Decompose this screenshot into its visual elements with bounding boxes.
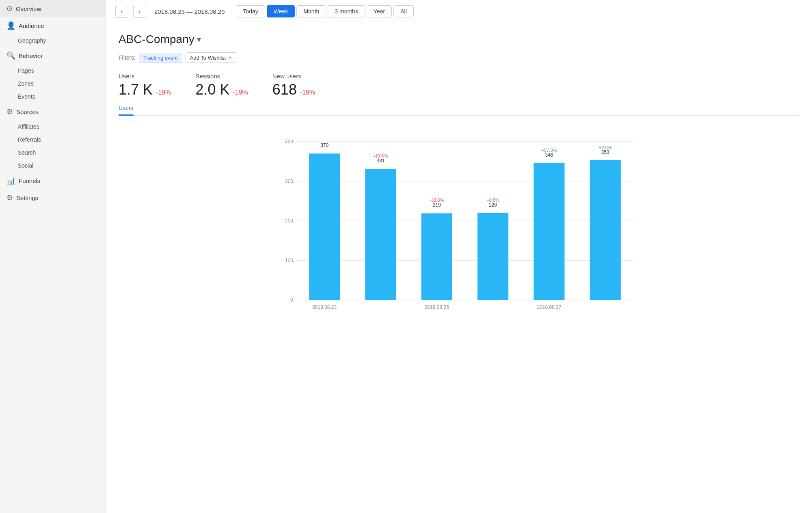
x-axis-label-2: 2018.08.27 (537, 304, 561, 310)
sidebar: ⊙Overview👤AudienceGeography🔍BehaviorPage… (0, 0, 106, 513)
sidebar-item-behavior[interactable]: 🔍Behavior (0, 47, 105, 64)
sidebar-item-label-overview: Overview (16, 5, 41, 12)
bar-pct-label-4: +57.3% (542, 148, 557, 153)
bar-3[interactable] (477, 213, 508, 300)
behavior-icon: 🔍 (6, 51, 15, 60)
bar-value-label-4: 346 (545, 152, 553, 158)
metric-change-new_users: -19% (300, 89, 315, 96)
overview-icon: ⊙ (6, 4, 13, 13)
topbar: ‹ › 2018.08.23 — 2018.08.29 TodayWeekMon… (106, 0, 812, 23)
filter-value-wishlist[interactable]: Add To Wishlist × (186, 52, 236, 63)
metric-label-users: Users (119, 73, 171, 80)
y-axis-label-400: 400 (285, 139, 293, 144)
bar-pct-label-5: +2.0% (599, 145, 612, 150)
period-btn-all[interactable]: All (393, 5, 414, 17)
chart-container: 0100200300400370331-10.5%219-33.8%220+0.… (119, 125, 799, 321)
filter-value-label: Add To Wishlist (190, 55, 226, 61)
period-btn-month[interactable]: Month (296, 5, 326, 17)
sidebar-item-label-sources: Sources (16, 108, 39, 115)
y-axis-label-300: 300 (285, 179, 293, 184)
bar-pct-label-2: -33.8% (430, 198, 444, 203)
sidebar-subitem-zones[interactable]: Zones (0, 77, 105, 90)
period-btn-today[interactable]: Today (236, 5, 265, 17)
bar-value-label-3: 220 (489, 202, 497, 208)
sidebar-subitem-search[interactable]: Search (0, 146, 105, 159)
bar-value-label-1: 331 (376, 158, 384, 164)
metric-block-users: Users 1.7 K -19% (119, 73, 171, 98)
metric-change-sessions: -19% (233, 89, 248, 96)
bar-pct-label-3: +0.5% (486, 198, 499, 203)
audience-icon: 👤 (6, 21, 15, 30)
metric-value-sessions: 2.0 K -19% (195, 81, 248, 98)
sidebar-subitem-social[interactable]: Social (0, 159, 105, 172)
sidebar-item-funnels[interactable]: 📊Funnels (0, 172, 105, 189)
bar-4[interactable] (533, 163, 564, 300)
content-area: ABC-Company ▾ Filters: Tracking event Ad… (106, 23, 812, 513)
company-dropdown-icon[interactable]: ▾ (197, 34, 201, 44)
x-axis-label-1: 2018.08.25 (425, 304, 449, 310)
bar-chart: 0100200300400370331-10.5%219-33.8%220+0.… (119, 125, 799, 320)
sidebar-item-label-funnels: Funnels (19, 177, 40, 184)
main-content: ‹ › 2018.08.23 — 2018.08.29 TodayWeekMon… (106, 0, 812, 513)
sidebar-subitem-events[interactable]: Events (0, 90, 105, 103)
period-btn-week[interactable]: Week (267, 5, 295, 17)
bar-value-label-5: 353 (601, 149, 609, 155)
prev-button[interactable]: ‹ (115, 5, 128, 18)
sidebar-item-label-behavior: Behavior (19, 52, 43, 59)
y-axis-label-100: 100 (285, 258, 293, 263)
chart-tabs: Users (119, 101, 799, 116)
bar-5[interactable] (590, 160, 621, 300)
bar-value-label-2: 219 (433, 202, 441, 208)
sidebar-subitem-affiliates[interactable]: Affiliates (0, 120, 105, 133)
sidebar-item-label-settings: Settings (16, 194, 38, 201)
metric-block-new_users: New users 618 -19% (272, 73, 315, 98)
metric-block-sessions: Sessions 2.0 K -19% (195, 73, 248, 98)
sidebar-item-sources[interactable]: ⚙Sources (0, 103, 105, 120)
bar-value-label-0: 370 (320, 142, 328, 148)
funnels-icon: 📊 (6, 176, 15, 185)
period-btn-3months[interactable]: 3 months (328, 5, 365, 17)
metric-value-new_users: 618 -19% (272, 81, 315, 98)
period-btn-year[interactable]: Year (367, 5, 392, 17)
next-button[interactable]: › (133, 5, 146, 18)
date-range: 2018.08.23 — 2018.08.29 (154, 8, 225, 15)
chart-tab-users[interactable]: Users (119, 101, 134, 116)
metric-label-new_users: New users (272, 73, 315, 80)
sidebar-item-audience[interactable]: 👤Audience (0, 17, 105, 34)
filters-label: Filters: (119, 54, 136, 61)
filter-close-icon[interactable]: × (228, 54, 231, 61)
metric-value-users: 1.7 K -19% (119, 81, 171, 98)
filter-tag-tracking[interactable]: Tracking event (139, 53, 182, 63)
company-name: ABC-Company (119, 33, 194, 46)
filter-tag-label: Tracking event (143, 55, 178, 61)
sidebar-subitem-referrals[interactable]: Referrals (0, 133, 105, 146)
bar-2[interactable] (421, 213, 452, 300)
metric-label-sessions: Sessions (195, 73, 248, 80)
sidebar-item-overview[interactable]: ⊙Overview (0, 0, 105, 17)
sidebar-item-label-audience: Audience (19, 22, 44, 29)
x-axis-label-0: 2018.08.23 (312, 304, 337, 310)
bar-0[interactable] (309, 153, 340, 300)
sidebar-subitem-geography[interactable]: Geography (0, 34, 105, 47)
bar-1[interactable] (365, 169, 396, 300)
company-title-row: ABC-Company ▾ (119, 33, 799, 46)
filters-row: Filters: Tracking event Add To Wishlist … (119, 52, 799, 63)
metric-change-users: -19% (156, 89, 171, 96)
sources-icon: ⚙ (6, 107, 13, 116)
metrics-row: Users 1.7 K -19% Sessions 2.0 K -19% New… (119, 73, 799, 98)
y-axis-label-0: 0 (290, 297, 293, 303)
y-axis-label-200: 200 (285, 218, 293, 224)
period-buttons: TodayWeekMonth3 monthsYearAll (236, 5, 413, 17)
sidebar-item-settings[interactable]: ⚙Settings (0, 189, 105, 206)
sidebar-subitem-pages[interactable]: Pages (0, 64, 105, 77)
settings-icon: ⚙ (6, 193, 13, 202)
bar-pct-label-1: -10.5% (374, 153, 388, 158)
